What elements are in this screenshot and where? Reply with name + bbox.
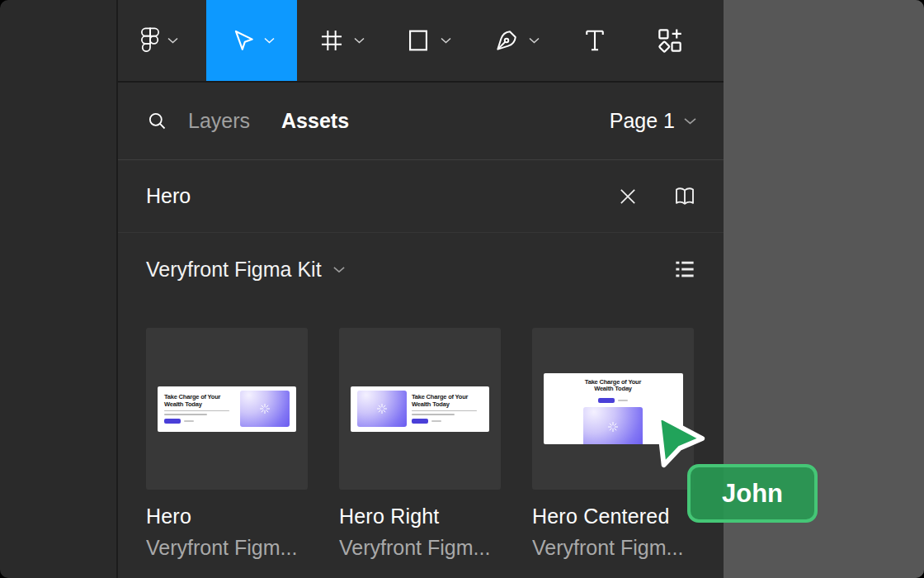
preview-gradient-image — [357, 391, 407, 427]
frame-tool-button[interactable] — [309, 0, 374, 81]
preview-primary-button — [412, 419, 428, 424]
asset-thumbnail: Take Charge of Your Wealth Today — [146, 328, 308, 490]
figma-window: Layers Assets Page 1 — [0, 0, 924, 578]
asset-thumbnail: Take Charge of Your Wealth Today — [339, 328, 501, 490]
sparkle-icon — [259, 403, 271, 415]
clear-search-button[interactable] — [616, 185, 639, 208]
asset-title: Hero Right — [339, 505, 501, 528]
list-view-button[interactable] — [672, 257, 697, 282]
kit-selector[interactable]: Veryfront Figma Kit — [146, 258, 346, 282]
rectangle-icon — [404, 26, 432, 54]
library-row: Veryfront Figma Kit — [118, 233, 724, 306]
left-panel: Layers Assets Page 1 — [118, 0, 724, 578]
preview-secondary-link — [431, 420, 441, 422]
preview-paragraph-line — [164, 414, 207, 415]
collaborator-name: John — [722, 479, 783, 509]
list-view-icon — [672, 257, 697, 282]
main-menu-button[interactable] — [126, 0, 194, 81]
search-icon[interactable] — [146, 110, 168, 132]
asset-title: Hero Centered — [532, 505, 694, 528]
pen-tool-button[interactable] — [484, 0, 549, 81]
asset-subtitle: Veryfront Figm... — [339, 536, 501, 560]
chevron-down-icon — [332, 265, 346, 274]
kit-name: Veryfront Figma Kit — [146, 258, 322, 282]
hero-right-preview: Take Charge of Your Wealth Today — [351, 386, 489, 432]
library-button[interactable] — [672, 184, 697, 209]
preview-gradient-image — [240, 391, 290, 427]
cursor-icon — [228, 26, 256, 54]
pen-icon — [493, 26, 521, 54]
preview-paragraph-line — [412, 410, 477, 412]
asset-grid: Take Charge of Your Wealth Today — [118, 306, 724, 560]
preview-primary-button — [164, 419, 181, 424]
preview-buttons — [412, 419, 483, 424]
preview-secondary-link — [618, 400, 628, 401]
sparkle-icon — [607, 421, 619, 433]
toolbar — [118, 0, 724, 83]
chevron-down-icon — [528, 36, 540, 45]
page-selector-label: Page 1 — [610, 109, 675, 133]
preview-headline: Take Charge of Your Wealth Today — [578, 379, 648, 393]
preview-headline: Take Charge of Your Wealth Today — [164, 394, 229, 408]
chevron-down-icon — [683, 116, 697, 126]
page-selector[interactable]: Page 1 — [610, 109, 697, 133]
asset-card-hero[interactable]: Take Charge of Your Wealth Today — [146, 328, 308, 560]
resources-tool-button[interactable] — [646, 0, 694, 81]
text-icon — [580, 26, 610, 55]
preview-text-block: Take Charge of Your Wealth Today — [412, 394, 483, 423]
chevron-down-icon — [167, 36, 179, 45]
chevron-down-icon — [353, 36, 365, 45]
open-book-icon — [672, 184, 697, 209]
preview-headline: Take Charge of Your Wealth Today — [412, 394, 476, 408]
frame-icon — [318, 26, 346, 54]
text-tool-button[interactable] — [573, 0, 616, 81]
preview-paragraph-line — [412, 414, 455, 415]
preview-secondary-link — [184, 420, 194, 422]
tab-assets[interactable]: Assets — [281, 109, 349, 133]
assets-search-input[interactable] — [146, 184, 583, 208]
close-x-icon — [616, 185, 639, 208]
shape-tool-button[interactable] — [396, 0, 460, 81]
preview-buttons — [164, 419, 235, 424]
panel-tabs-row: Layers Assets Page 1 — [118, 83, 724, 160]
assets-search-row — [118, 160, 724, 233]
preview-paragraph-line — [164, 410, 229, 412]
preview-text-block: Take Charge of Your Wealth Today — [164, 394, 235, 423]
asset-subtitle: Veryfront Figm... — [146, 536, 308, 560]
chevron-down-icon — [440, 36, 452, 45]
preview-gradient-image — [583, 407, 643, 444]
figma-logo-icon — [141, 27, 159, 54]
hero-preview: Take Charge of Your Wealth Today — [158, 386, 296, 432]
collaborator-name-badge: John — [687, 464, 818, 523]
move-tool-button[interactable] — [206, 0, 297, 81]
asset-card-hero-right[interactable]: Take Charge of Your Wealth Today Hero Ri… — [339, 328, 501, 560]
asset-title: Hero — [146, 505, 308, 528]
chevron-down-icon — [263, 36, 276, 45]
tab-layers[interactable]: Layers — [188, 109, 250, 133]
preview-buttons — [598, 398, 628, 403]
sparkle-icon — [376, 403, 388, 415]
component-plus-icon — [654, 25, 686, 56]
preview-primary-button — [598, 398, 615, 403]
asset-subtitle: Veryfront Figm... — [532, 536, 694, 560]
